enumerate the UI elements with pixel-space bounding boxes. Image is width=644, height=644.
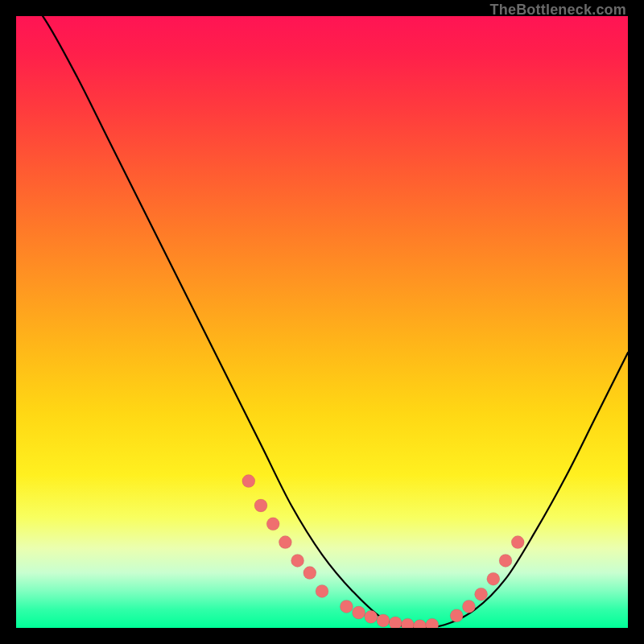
data-dot xyxy=(475,588,488,601)
data-dot xyxy=(254,499,267,512)
data-dot xyxy=(279,536,291,549)
data-dot xyxy=(389,617,402,628)
data-dot xyxy=(414,620,427,628)
data-dot xyxy=(450,609,463,622)
data-dot xyxy=(353,606,365,619)
data-dot xyxy=(487,572,500,585)
data-dot xyxy=(499,554,512,567)
data-dot xyxy=(340,600,353,613)
data-dot xyxy=(377,614,390,627)
data-dot xyxy=(242,475,255,488)
data-dot xyxy=(426,618,439,628)
data-dot xyxy=(316,584,328,597)
chart-container: TheBottleneck.com xyxy=(0,0,644,644)
bottleneck-curve xyxy=(16,16,628,628)
plot-area xyxy=(16,16,628,628)
data-dot xyxy=(303,567,316,580)
data-dot xyxy=(266,518,279,530)
data-dot xyxy=(291,554,304,567)
curve-svg xyxy=(16,16,628,628)
data-dot xyxy=(511,536,524,549)
data-dot xyxy=(365,610,378,623)
data-dot xyxy=(462,600,475,613)
data-dot xyxy=(401,618,414,628)
